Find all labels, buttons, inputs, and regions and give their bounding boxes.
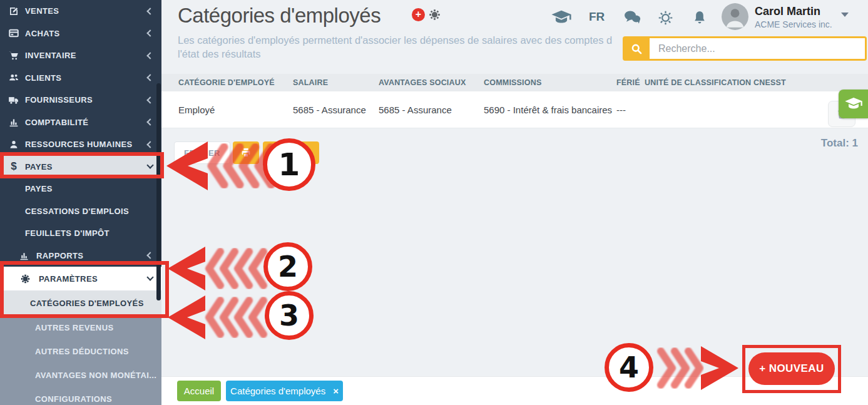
print-button[interactable] xyxy=(233,141,259,164)
sidebar-item-label: CESSATIONS D'EMPLOIS xyxy=(25,207,129,216)
user-menu[interactable]: Carol Martin ACME Services inc. xyxy=(755,5,832,29)
search-bar xyxy=(623,36,867,61)
document-icon xyxy=(272,147,282,158)
dollar-icon: $ xyxy=(8,160,20,173)
chevron-left-icon xyxy=(146,52,153,59)
sidebar-subitem-autres-deductions[interactable]: AUTRES DÉDUCTIONS xyxy=(0,339,161,363)
graduation-cap-icon[interactable] xyxy=(551,9,572,26)
cell-commissions: 5690 - Intérêt & frais bancaires xyxy=(484,105,616,115)
page-subtitle-line2: l'état des résultats xyxy=(178,47,635,61)
sidebar-subitem-cessations[interactable]: CESSATIONS D'EMPLOIS xyxy=(0,200,161,223)
sidebar-subitem-autres-revenus[interactable]: AUTRES REVENUS xyxy=(0,315,161,339)
app-window: VENTES ACHATS INVENTAIRE CLIENTS FOURNIS… xyxy=(0,0,868,405)
home-tab[interactable]: Accueil xyxy=(177,381,221,401)
user-icon xyxy=(8,138,20,151)
close-icon[interactable]: × xyxy=(333,386,339,396)
tab-label: Catégories d'employés xyxy=(230,386,325,396)
chevron-left-icon xyxy=(146,252,153,259)
annotation-arrow-left-2 xyxy=(166,245,269,292)
chevron-down-icon xyxy=(146,162,153,169)
chevron-left-icon xyxy=(146,8,153,14)
sidebar-item-label: CONFIGURATIONS xyxy=(35,394,112,404)
chevron-left-icon xyxy=(146,74,153,81)
sidebar-subitem-categories-employes[interactable]: CATÉGORIES D'EMPLOYÉS xyxy=(0,290,161,315)
user-company: ACME Services inc. xyxy=(755,19,832,29)
sidebar-item-achats[interactable]: ACHATS xyxy=(0,23,161,45)
sidebar-item-label: CATÉGORIES D'EMPLOYÉS xyxy=(30,299,144,308)
sidebar-item-label: PAYES xyxy=(25,162,53,172)
tab-categories-employes[interactable]: Catégories d'employés × xyxy=(226,381,343,401)
page-title: Catégories d'employés xyxy=(178,4,380,28)
tutorial-button[interactable] xyxy=(839,90,868,118)
chevron-down-icon[interactable] xyxy=(841,13,849,17)
bar-chart-icon xyxy=(18,249,30,262)
page-settings-icon[interactable] xyxy=(428,8,441,21)
sidebar-item-fournisseurs[interactable]: FOURNISSEURS xyxy=(0,89,161,111)
sidebar-item-label: RESSOURCES HUMAINES xyxy=(25,140,133,149)
sidebar-subitem-parametres[interactable]: PARAMÈTRES xyxy=(0,267,161,290)
language-selector[interactable]: FR xyxy=(589,10,605,24)
sidebar-item-label: ACHATS xyxy=(25,29,60,38)
sidebar-item-ressources-humaines[interactable]: RESSOURCES HUMAINES xyxy=(0,133,161,156)
chevron-down-icon xyxy=(146,274,153,280)
column-header: AVANTAGES SOCIAUX xyxy=(379,78,484,87)
search-icon xyxy=(630,43,643,55)
edit-icon xyxy=(8,5,20,18)
table-row[interactable]: Employé 5685 - Assurance 5685 - Assuranc… xyxy=(161,91,868,128)
column-header: SALAIRE xyxy=(293,78,379,87)
share-button[interactable] xyxy=(292,141,319,164)
export-button[interactable] xyxy=(263,141,290,164)
search-input[interactable] xyxy=(650,38,865,59)
gear-icon xyxy=(19,272,31,285)
annotation-step-3: 3 xyxy=(265,291,314,340)
sidebar-subitem-configurations[interactable]: CONFIGURATIONS xyxy=(0,387,161,405)
sidebar-item-payes[interactable]: $ PAYES xyxy=(0,156,161,178)
column-header: CATÉGORIE D'EMPLOYÉ xyxy=(178,78,293,87)
credit-card-icon xyxy=(8,27,20,39)
column-header: COMMISSIONS xyxy=(484,78,616,87)
sidebar: VENTES ACHATS INVENTAIRE CLIENTS FOURNIS… xyxy=(0,0,161,405)
sidebar-item-label: CLIENTS xyxy=(25,73,61,83)
sidebar-item-label: AUTRES REVENUS xyxy=(35,323,114,332)
sidebar-item-inventaire[interactable]: INVENTAIRE xyxy=(0,44,161,67)
add-category-button[interactable]: + xyxy=(412,8,425,21)
close-button[interactable]: FERMER xyxy=(174,141,230,164)
bell-icon[interactable] xyxy=(692,9,708,26)
search-button[interactable] xyxy=(623,36,650,61)
sidebar-item-label: FOURNISSEURS xyxy=(25,95,93,105)
chevron-left-icon xyxy=(146,141,153,148)
chevron-left-icon xyxy=(146,96,153,103)
bar-chart-icon xyxy=(8,116,20,128)
sidebar-item-clients[interactable]: CLIENTS xyxy=(0,67,161,90)
annotation-arrow-left-3 xyxy=(166,294,269,341)
document-export-icon xyxy=(300,147,310,158)
table-header: CATÉGORIE D'EMPLOYÉ SALAIRE AVANTAGES SO… xyxy=(161,74,868,91)
page-subtitle-line1: Les catégories d'employés permettent d'a… xyxy=(178,33,635,47)
cell-categorie: Employé xyxy=(178,105,293,115)
page-subtitle: Les catégories d'employés permettent d'a… xyxy=(178,33,635,61)
graduation-cap-icon xyxy=(844,96,863,111)
gear-icon[interactable] xyxy=(657,9,674,26)
sidebar-item-ventes[interactable]: VENTES xyxy=(0,0,161,23)
sidebar-item-label: AVANTAGES NON MONÉTAI... xyxy=(35,371,156,380)
new-button[interactable]: + NOUVEAU xyxy=(748,352,835,385)
printer-icon xyxy=(240,147,252,158)
sidebar-item-label: COMPTABILITÉ xyxy=(25,118,88,127)
cell-avantages: 5685 - Assurance xyxy=(379,105,484,115)
sidebar-item-label: INVENTAIRE xyxy=(25,51,76,60)
sidebar-item-comptabilite[interactable]: COMPTABILITÉ xyxy=(0,111,161,134)
chevron-left-icon xyxy=(146,119,153,126)
chat-icon[interactable] xyxy=(623,9,641,24)
sidebar-item-label: VENTES xyxy=(25,6,59,16)
truck-icon xyxy=(8,94,20,106)
cell-ferie: --- xyxy=(616,105,645,115)
sidebar-subitem-payes[interactable]: PAYES xyxy=(0,178,161,200)
user-avatar[interactable] xyxy=(722,3,748,30)
user-name: Carol Martin xyxy=(755,5,832,18)
sidebar-subitem-rapports[interactable]: RAPPORTS xyxy=(0,245,161,267)
sidebar-subitem-feuillets[interactable]: FEUILLETS D'IMPÔT xyxy=(0,222,161,245)
sidebar-item-label: RAPPORTS xyxy=(36,251,83,260)
sidebar-scrollbar[interactable] xyxy=(156,83,161,300)
sidebar-item-label: FEUILLETS D'IMPÔT xyxy=(25,228,110,238)
sidebar-subitem-avantages-non-monetaires[interactable]: AVANTAGES NON MONÉTAI... xyxy=(0,363,161,387)
